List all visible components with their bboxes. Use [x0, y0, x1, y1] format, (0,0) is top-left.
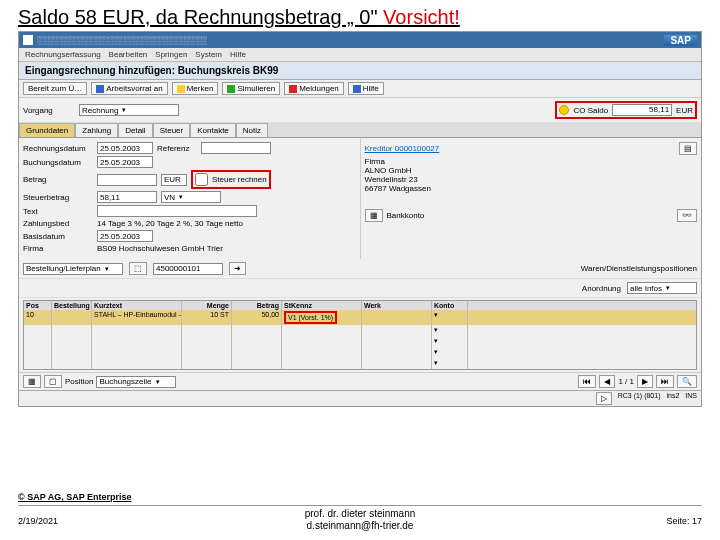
help-icon [353, 85, 361, 93]
sort-select[interactable]: Buchungszeile [96, 376, 176, 388]
window-menu: ░░░░░░░░░░░░░░░░░░░░░░░░░░░░░░ [37, 36, 207, 45]
worklist-button[interactable]: Arbeitsvorrat an [91, 82, 167, 95]
basisdatum-input[interactable] [97, 230, 153, 242]
detail-area: RechnungsdatumReferenz Buchungsdatum Bet… [19, 138, 701, 259]
simulate-button[interactable]: Simulieren [222, 82, 280, 95]
tab-detail[interactable]: Detail [118, 123, 152, 137]
copyright: © SAP AG, SAP Enterprise [18, 492, 132, 502]
po-f4[interactable]: ⬚ [129, 262, 147, 275]
td: 10 ST [182, 310, 232, 325]
table-row[interactable]: ▾ [24, 358, 696, 369]
right-panel: Kreditor 0000100027▤ Firma ALNO GmbH Wen… [360, 138, 702, 259]
menu-item[interactable]: Bearbeiten [109, 50, 148, 59]
ref-type-select[interactable]: Bestellung/Lieferplan [23, 263, 123, 275]
search-icon[interactable]: 🔍 [677, 375, 697, 388]
lbl: Buchungsdatum [23, 158, 93, 167]
table-row[interactable]: ▾ [24, 325, 696, 336]
td: STAHL – HP-Einbaumodul - N [92, 310, 182, 325]
table-row[interactable]: 10 STAHL – HP-Einbaumodul - N 10 ST 50,0… [24, 310, 696, 325]
messages-button[interactable]: Meldungen [284, 82, 344, 95]
list-icon [96, 85, 104, 93]
th: Pos [24, 301, 52, 310]
th: Kurztext [92, 301, 182, 310]
help-button[interactable]: Hilfe [348, 82, 384, 95]
tab-grunddaten[interactable]: Grunddaten [19, 123, 75, 137]
menu-item[interactable]: System [195, 50, 222, 59]
titlebar: ░░░░░░░░░░░░░░░░░░░░░░░░░░░░░░ SAP [19, 32, 701, 48]
lbl: Steuerbetrag [23, 193, 93, 202]
sap-logo: SAP [664, 35, 697, 46]
tab-zahlung[interactable]: Zahlung [75, 123, 118, 137]
lbl: Text [23, 207, 93, 216]
th: Konto [432, 301, 468, 310]
table-header: Pos Bestellung Kurztext Menge Betrag StK… [24, 301, 696, 310]
vorgang-select[interactable]: Rechnung [79, 104, 179, 116]
kreditor-link[interactable]: Kreditor 0000100027 [365, 144, 440, 153]
insert-mode: INS [685, 392, 697, 405]
server: ins2 [666, 392, 679, 405]
pin-icon [177, 85, 185, 93]
th: Werk [362, 301, 432, 310]
menubar: Rechnungserfassung Bearbeiten Springen S… [19, 48, 701, 62]
last-page-button[interactable]: ⏭ [656, 375, 674, 388]
po-input[interactable] [153, 263, 223, 275]
lbl: Firma [23, 244, 93, 253]
slide-title: Saldo 58 EUR, da Rechnungsbetrag „ 0" Vo… [0, 0, 720, 31]
th: Betrag [232, 301, 282, 310]
next-page-button[interactable]: ▶ [637, 375, 653, 388]
currency: EUR [161, 174, 187, 186]
td [52, 310, 92, 325]
layout-select[interactable]: alle Infos [627, 282, 697, 294]
bank-icon[interactable]: ▦ [365, 209, 383, 222]
layout-label: Anordnung [582, 284, 621, 293]
layout-row: Anordnung alle Infos [19, 279, 701, 298]
alert-icon [289, 85, 297, 93]
lbl: Rechnungsdatum [23, 144, 93, 153]
zahlungsbed-value: 14 Tage 3 %, 20 Tage 2 %, 30 Tage netto [97, 219, 243, 228]
left-panel: RechnungsdatumReferenz Buchungsdatum Bet… [19, 138, 360, 259]
status-icon[interactable]: ▷ [596, 392, 612, 405]
cb-label: Steuer rechnen [212, 175, 267, 184]
td: ▾ [432, 310, 468, 325]
table-row[interactable]: ▾ [24, 336, 696, 347]
addr: 66787 Wadgassen [365, 184, 698, 193]
author-email: d.steinmann@fh-trier.de [0, 520, 720, 532]
menu-item[interactable]: Hilfe [230, 50, 246, 59]
buchungsdatum-input[interactable] [97, 156, 153, 168]
title-text: Saldo 58 EUR, da Rechnungsbetrag „ 0" [18, 6, 383, 28]
page-number: Seite: 17 [666, 516, 702, 526]
hold-button[interactable]: Merken [172, 82, 219, 95]
tab-notiz[interactable]: Notiz [236, 123, 268, 137]
menu-item[interactable]: Rechnungserfassung [25, 50, 101, 59]
screen-title: Eingangsrechnung hinzufügen: Buchungskre… [19, 62, 701, 80]
steuerbetrag-input[interactable] [97, 191, 157, 203]
select-all-button[interactable]: ▦ [23, 375, 41, 388]
balance-value: 58,11 [612, 104, 672, 116]
sap-window: ░░░░░░░░░░░░░░░░░░░░░░░░░░░░░░ SAP Rechn… [18, 31, 702, 407]
deselect-button[interactable]: ▢ [44, 375, 62, 388]
first-page-button[interactable]: ⏮ [578, 375, 596, 388]
steuer-rechnen-checkbox[interactable] [195, 173, 208, 186]
ready-button[interactable]: Bereit zum Ü… [23, 82, 87, 95]
td: 50,00 [232, 310, 282, 325]
tab-steuer[interactable]: Steuer [153, 123, 191, 137]
table-row[interactable]: ▾ [24, 347, 696, 358]
system-id: RC3 (1) (801) [618, 392, 661, 405]
book-icon[interactable]: ▤ [679, 142, 697, 155]
items-label: Waren/Dienstleistungspositionen [581, 264, 697, 273]
lbl: Betrag [23, 175, 93, 184]
addr: Wendelinstr 23 [365, 175, 698, 184]
referenz-input[interactable] [201, 142, 271, 154]
betrag-input[interactable] [97, 174, 157, 186]
po-add[interactable]: ➜ [229, 262, 246, 275]
author-name: prof. dr. dieter steinmann [0, 508, 720, 520]
item-table: Pos Bestellung Kurztext Menge Betrag StK… [23, 300, 697, 370]
rechnungsdatum-input[interactable] [97, 142, 153, 154]
th: Menge [182, 301, 232, 310]
menu-item[interactable]: Springen [155, 50, 187, 59]
tab-kontakte[interactable]: Kontakte [190, 123, 236, 137]
text-input[interactable] [97, 205, 257, 217]
steuer-select[interactable]: VN [161, 191, 221, 203]
display-icon[interactable]: 👓 [677, 209, 697, 222]
prev-page-button[interactable]: ◀ [599, 375, 615, 388]
